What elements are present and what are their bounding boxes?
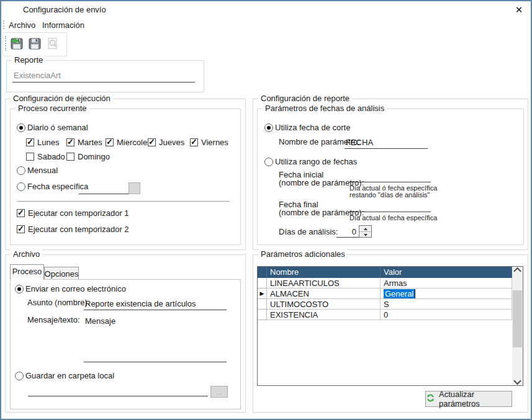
checkbox-timer-2[interactable] xyxy=(17,225,25,233)
row-marker xyxy=(258,299,267,310)
params-table: Nombre Valor LINEAARTICULOS Armas ▶ ALMA… xyxy=(257,266,523,386)
end-date-field[interactable] xyxy=(349,212,431,212)
checkbox-jueves-label: Jueves xyxy=(159,138,184,147)
column-header-nombre[interactable]: Nombre xyxy=(267,267,381,278)
message-value[interactable]: Mensaje xyxy=(85,316,115,326)
cell-nombre[interactable]: ULTIMOCOSTO xyxy=(267,299,381,310)
execution-group-label: Configuración de ejecución xyxy=(11,94,113,103)
radio-date-range[interactable] xyxy=(264,158,273,166)
menu-archivo[interactable]: Archivo xyxy=(9,20,35,30)
checkbox-lunes[interactable] xyxy=(26,138,34,146)
report-config-group-label: Configuración de reporte xyxy=(258,94,352,103)
checkbox-timer-1[interactable] xyxy=(17,209,25,217)
cell-valor[interactable]: S xyxy=(381,299,512,310)
checkbox-martes[interactable] xyxy=(66,138,74,146)
checkbox-sabado[interactable] xyxy=(26,153,34,161)
radio-monthly-label: Mensual xyxy=(27,166,58,175)
checkbox-timer-2-label: Ejecutar con temporizador 2 xyxy=(28,225,129,234)
radio-cutoff-date[interactable] xyxy=(264,123,273,132)
analysis-days-value[interactable]: 0 xyxy=(336,227,356,236)
radio-send-email[interactable] xyxy=(15,285,24,293)
radio-specific-date[interactable] xyxy=(17,182,25,191)
table-corner-cell xyxy=(258,267,267,278)
checkbox-miercoles[interactable] xyxy=(106,138,114,146)
separator xyxy=(17,201,230,202)
checkbox-viernes[interactable] xyxy=(190,138,198,146)
column-header-valor[interactable]: Valor xyxy=(381,267,512,278)
recurrent-group-label: Proceso recurrente xyxy=(16,104,89,113)
report-name-field[interactable]: ExistenciaArt xyxy=(12,71,195,83)
toolbar-gripper xyxy=(5,36,6,51)
row-marker xyxy=(258,310,267,320)
menu-gripper xyxy=(3,20,4,29)
cell-valor[interactable]: Armas xyxy=(381,278,512,288)
checkbox-lunes-label: Lunes xyxy=(37,138,59,147)
checkbox-viernes-label: Viernes xyxy=(201,138,228,147)
browse-folder-button[interactable]: ... xyxy=(210,386,228,398)
subject-field[interactable]: Reporte existencia de artículos xyxy=(84,299,227,310)
window-title: Configuración de envío xyxy=(23,5,106,14)
radio-cutoff-date-label: Utiliza fecha de corte xyxy=(275,123,350,132)
update-params-button[interactable]: Actualizar parámetros xyxy=(425,391,512,407)
date-picker-button[interactable] xyxy=(128,182,140,194)
file-group-label: Archivo xyxy=(11,249,42,259)
preview-button[interactable] xyxy=(44,35,61,53)
cell-nombre[interactable]: LINEAARTICULOS xyxy=(267,278,381,288)
preview-icon xyxy=(45,36,60,53)
save-icon xyxy=(27,36,42,53)
radio-save-local[interactable] xyxy=(15,372,24,380)
end-date-hint: Día actual ó fecha específica xyxy=(349,214,437,221)
radio-send-email-label: Enviar en correo electrónico xyxy=(25,284,126,293)
checkbox-martes-label: Martes xyxy=(78,138,102,147)
row-marker-current: ▶ xyxy=(258,288,267,299)
radio-save-local-label: Guardar en carpeta local xyxy=(25,371,114,380)
cell-nombre[interactable]: ALMACEN xyxy=(267,288,381,299)
spinner-up-icon[interactable] xyxy=(359,226,371,231)
scrollbar-thumb[interactable] xyxy=(513,290,522,347)
table-scrollbar[interactable] xyxy=(512,267,523,385)
start-date-hint-2: restando "días de análisis" xyxy=(349,191,430,199)
refresh-icon xyxy=(426,393,435,404)
cutoff-param-field[interactable]: FECHA xyxy=(345,138,428,149)
params-group-label: Parámetros adicionales xyxy=(258,249,348,259)
report-group-label: Reporte xyxy=(12,55,45,65)
message-label: Mensaje/texto: xyxy=(27,315,80,324)
menu-informacion[interactable]: Información xyxy=(42,20,84,30)
send-configuration-dialog: Configuración de envío ✕ Archivo Informa… xyxy=(0,0,532,420)
save-button[interactable] xyxy=(26,35,43,53)
cell-valor-selected[interactable]: General xyxy=(381,288,512,299)
checkbox-jueves[interactable] xyxy=(148,138,156,146)
save-execute-icon xyxy=(9,36,24,53)
tab-proceso[interactable]: Proceso xyxy=(10,264,44,280)
analysis-days-underline xyxy=(336,237,359,238)
checkbox-sabado-label: Sabado xyxy=(37,152,65,161)
save-execute-button[interactable] xyxy=(8,35,25,53)
close-button[interactable]: ✕ xyxy=(512,3,526,17)
scroll-up-icon[interactable] xyxy=(512,267,523,277)
update-params-button-label: Actualizar parámetros xyxy=(439,390,512,408)
checkbox-domingo[interactable] xyxy=(66,153,74,161)
cell-valor[interactable]: 0 xyxy=(381,310,512,320)
radio-daily-weekly-label: Diario ó semanal xyxy=(27,123,88,132)
analysis-days-label: Días de análisis: xyxy=(279,227,338,236)
spinner-down-icon[interactable] xyxy=(359,231,371,238)
start-date-field[interactable] xyxy=(349,182,431,182)
dates-group-label: Parámetros de fechas de análisis xyxy=(263,104,387,113)
row-marker xyxy=(258,278,267,288)
subject-label: Asunto (nombre): xyxy=(27,298,89,307)
scroll-down-icon[interactable] xyxy=(512,375,523,385)
cell-nombre[interactable]: EXISTENCIA xyxy=(267,310,381,320)
tab-opciones[interactable]: Opciones xyxy=(44,267,79,280)
radio-monthly[interactable] xyxy=(17,166,25,175)
message-field-underline[interactable] xyxy=(84,362,227,362)
radio-daily-weekly[interactable] xyxy=(17,123,25,132)
checkbox-timer-1-label: Ejecutar con temporizador 1 xyxy=(28,208,129,218)
checkbox-domingo-label: Domingo xyxy=(78,152,110,161)
current-row-arrow-icon: ▶ xyxy=(260,290,264,297)
checkbox-miercoles-label: Miercoles xyxy=(117,138,151,147)
radio-date-range-label: Utiliza rango de fechas xyxy=(275,157,357,166)
local-path-field[interactable] xyxy=(28,396,208,396)
analysis-days-spinner[interactable] xyxy=(359,225,372,238)
